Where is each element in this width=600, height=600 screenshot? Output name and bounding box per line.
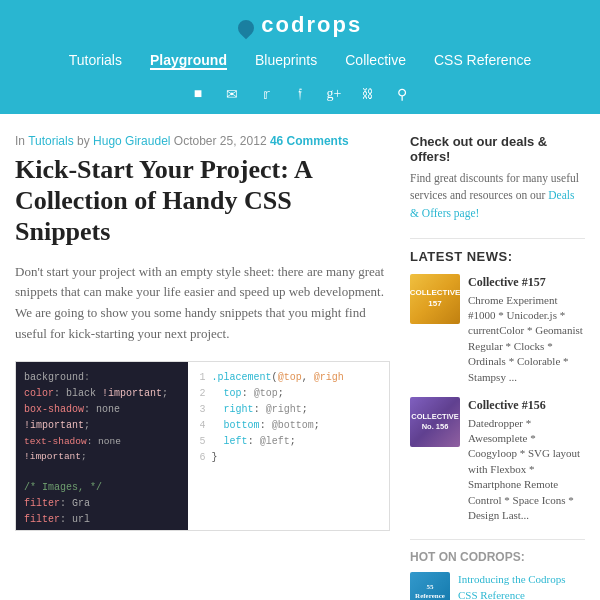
email-icon[interactable]: ✉ [222, 84, 242, 104]
search-icon[interactable]: ⚲ [392, 84, 412, 104]
sidebar-deals-text: Find great discounts for many useful ser… [410, 170, 585, 222]
nav-blueprints[interactable]: Blueprints [255, 52, 317, 70]
sidebar-deals-title: Check out our deals & offers! [410, 134, 585, 164]
news-text-157: Collective #157 Chrome Experiment #1000 … [468, 274, 585, 385]
twitter-icon[interactable]: 𝕣 [256, 84, 276, 104]
social-bar: ■ ✉ 𝕣 𝔣 g+ ⛓ ⚲ [0, 80, 600, 114]
news-item-157: COLLECTIVE157 Collective #157 Chrome Exp… [410, 274, 585, 385]
logo-bar: codrops [0, 0, 600, 46]
site-logo: codrops [261, 12, 362, 37]
main-layout: In Tutorials by Hugo Giraudel October 25… [0, 114, 600, 600]
nav-playground[interactable]: Playground [150, 52, 227, 70]
article-excerpt: Don't start your project with an empty s… [15, 262, 390, 345]
breadcrumb-date: October 25, 2012 [174, 134, 267, 148]
github-icon[interactable]: ⛓ [358, 84, 378, 104]
latest-news-title: Latest News: [410, 249, 585, 264]
nav-css-reference[interactable]: CSS Reference [434, 52, 531, 70]
news-thumb-156[interactable]: COLLECTIVENo. 156 [410, 397, 460, 447]
facebook-icon[interactable]: 𝔣 [290, 84, 310, 104]
logo-drop-icon [235, 16, 258, 39]
rss-icon[interactable]: ■ [188, 84, 208, 104]
hot-thumb-css[interactable]: 55Reference [410, 572, 450, 600]
breadcrumb-comments-link[interactable]: 46 Comments [270, 134, 349, 148]
news-body-156: Datedropper * Awesomplete * Coogyloop * … [468, 417, 580, 521]
breadcrumb-in-label: In [15, 134, 25, 148]
news-thumb-157[interactable]: COLLECTIVE157 [410, 274, 460, 324]
code-preview-image: background: color: black !important; box… [15, 361, 390, 531]
hot-section-title: Hot on Codrops: [410, 550, 585, 564]
article-content: In Tutorials by Hugo Giraudel October 25… [15, 134, 390, 600]
breadcrumb-by-label: by [77, 134, 90, 148]
breadcrumb-author-link[interactable]: Hugo Giraudel [93, 134, 170, 148]
sidebar-divider-1 [410, 238, 585, 239]
news-body-157: Chrome Experiment #1000 * Unicoder.js * … [468, 294, 583, 383]
article-title: Kick-Start Your Project: A Collection of… [15, 154, 390, 248]
site-header: codrops Tutorials Playground Blueprints … [0, 0, 600, 114]
code-left-panel: background: color: black !important; box… [16, 362, 195, 530]
news-heading-156[interactable]: Collective #156 [468, 397, 585, 414]
sidebar-deals-section: Check out our deals & offers! Find great… [410, 134, 585, 222]
nav-collective[interactable]: Collective [345, 52, 406, 70]
main-nav: Tutorials Playground Blueprints Collecti… [0, 46, 600, 80]
news-text-156: Collective #156 Datedropper * Awesomplet… [468, 397, 585, 524]
sidebar-latest-news: Latest News: COLLECTIVE157 Collective #1… [410, 249, 585, 524]
hot-item-css-reference: 55Reference Introducing the Codrops CSS … [410, 572, 585, 600]
breadcrumb: In Tutorials by Hugo Giraudel October 25… [15, 134, 390, 148]
hot-link-css[interactable]: Introducing the Codrops CSS Reference [458, 573, 566, 600]
sidebar: Check out our deals & offers! Find great… [410, 134, 585, 600]
google-plus-icon[interactable]: g+ [324, 84, 344, 104]
nav-tutorials[interactable]: Tutorials [69, 52, 122, 70]
code-right-panel: 1.placement(@top, @righ 2 top: @top; 3 r… [188, 362, 389, 530]
sidebar-divider-2 [410, 539, 585, 540]
breadcrumb-section-link[interactable]: Tutorials [28, 134, 74, 148]
sidebar-hot-section: Hot on Codrops: 55Reference Introducing … [410, 550, 585, 600]
news-item-156: COLLECTIVENo. 156 Collective #156 Datedr… [410, 397, 585, 524]
hot-text-css: Introducing the Codrops CSS Reference [458, 572, 585, 600]
news-heading-157[interactable]: Collective #157 [468, 274, 585, 291]
